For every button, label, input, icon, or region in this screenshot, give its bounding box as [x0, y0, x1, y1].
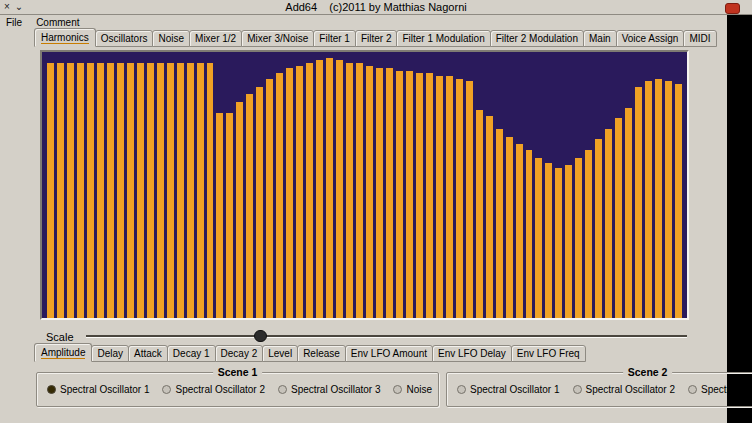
harmonic-bar-47[interactable]	[506, 137, 513, 318]
harmonic-bar-51[interactable]	[545, 163, 552, 318]
harmonic-bar-46[interactable]	[496, 129, 503, 318]
harmonic-bar-34[interactable]	[376, 68, 383, 318]
tab-mixer-1-2[interactable]: Mixer 1/2	[189, 30, 242, 47]
tab-filter-1[interactable]: Filter 1	[313, 30, 356, 47]
harmonic-bar-29[interactable]	[326, 58, 333, 318]
harmonic-bar-33[interactable]	[366, 66, 373, 318]
tab-main[interactable]: Main	[583, 30, 617, 47]
harmonic-bar-26[interactable]	[296, 66, 303, 318]
harmonic-bar-37[interactable]	[406, 71, 413, 318]
harmonic-bar-54[interactable]	[575, 158, 582, 318]
tab-harmonics[interactable]: Harmonics	[34, 28, 96, 47]
harmonic-bar-16[interactable]	[197, 63, 204, 318]
tab-noise[interactable]: Noise	[152, 30, 190, 47]
menu-comment[interactable]: Comment	[36, 17, 79, 28]
tab-filter-2-modulation[interactable]: Filter 2 Modulation	[490, 30, 584, 47]
harmonic-bar-63[interactable]	[665, 81, 672, 318]
harmonic-bar-39[interactable]	[426, 73, 433, 318]
tab-level[interactable]: Level	[262, 345, 298, 362]
harmonic-bar-32[interactable]	[356, 63, 363, 318]
harmonic-bar-20[interactable]	[236, 102, 243, 318]
menu-file[interactable]: File	[6, 17, 22, 28]
harmonic-bar-14[interactable]	[177, 63, 184, 318]
harmonic-bar-50[interactable]	[535, 158, 542, 318]
harmonic-bar-44[interactable]	[476, 110, 483, 318]
tab-filter-1-modulation[interactable]: Filter 1 Modulation	[396, 30, 490, 47]
radio-scene-2-spectral-oscillator-1[interactable]: Spectral Oscillator 1	[457, 384, 559, 395]
harmonic-bar-56[interactable]	[595, 139, 602, 318]
harmonic-bar-25[interactable]	[286, 68, 293, 318]
window-close-button[interactable]	[725, 3, 740, 14]
harmonic-bar-8[interactable]	[117, 63, 124, 318]
harmonic-bar-23[interactable]	[266, 79, 273, 318]
tab-amplitude[interactable]: Amplitude	[34, 343, 92, 362]
window-titlebar[interactable]: × ⌄ Add64 (c)2011 by Matthias Nagorni	[0, 0, 752, 15]
harmonic-bar-55[interactable]	[585, 150, 592, 318]
harmonic-bar-59[interactable]	[625, 108, 632, 318]
radio-scene-2-spectral-oscillator-2[interactable]: Spectral Oscillator 2	[573, 384, 675, 395]
radio-scene-1-spectral-oscillator-2[interactable]: Spectral Oscillator 2	[162, 384, 264, 395]
harmonic-bar-11[interactable]	[147, 63, 154, 318]
harmonic-bar-41[interactable]	[446, 76, 453, 318]
tab-oscillators[interactable]: Oscillators	[95, 30, 154, 47]
tab-env-lfo-freq[interactable]: Env LFO Freq	[511, 345, 586, 362]
harmonic-bar-10[interactable]	[137, 63, 144, 318]
tab-filter-2[interactable]: Filter 2	[355, 30, 398, 47]
harmonic-bar-22[interactable]	[256, 87, 263, 318]
radio-scene-1-noise[interactable]: Noise	[393, 384, 432, 395]
harmonic-bar-24[interactable]	[276, 73, 283, 318]
harmonic-bar-9[interactable]	[127, 63, 134, 318]
harmonic-bar-21[interactable]	[246, 94, 253, 318]
harmonic-bar-61[interactable]	[645, 81, 652, 318]
tab-midi[interactable]: MIDI	[683, 30, 716, 47]
radio-scene-2-spectral-oscillator-3[interactable]: Spectral Oscillator 3	[688, 384, 752, 395]
harmonic-bar-27[interactable]	[306, 63, 313, 318]
radio-scene-1-spectral-oscillator-3[interactable]: Spectral Oscillator 3	[278, 384, 380, 395]
scale-slider[interactable]	[86, 329, 687, 344]
harmonic-bar-18[interactable]	[216, 113, 223, 318]
harmonic-bar-3[interactable]	[67, 63, 74, 318]
harmonic-bar-38[interactable]	[416, 73, 423, 318]
harmonic-bar-36[interactable]	[396, 71, 403, 318]
scale-slider-handle[interactable]	[254, 330, 267, 342]
harmonic-bar-60[interactable]	[635, 87, 642, 318]
harmonic-bar-40[interactable]	[436, 76, 443, 318]
harmonic-bar-1[interactable]	[47, 63, 54, 318]
harmonic-bar-53[interactable]	[565, 165, 572, 318]
harmonic-bar-48[interactable]	[516, 144, 523, 318]
harmonic-bar-52[interactable]	[555, 168, 562, 318]
tab-env-lfo-amount[interactable]: Env LFO Amount	[345, 345, 433, 362]
harmonic-bar-19[interactable]	[226, 113, 233, 318]
tab-decay-2[interactable]: Decay 2	[215, 345, 264, 362]
harmonic-bar-57[interactable]	[605, 129, 612, 318]
harmonic-bar-5[interactable]	[87, 63, 94, 318]
harmonic-bar-43[interactable]	[466, 81, 473, 318]
harmonic-bar-2[interactable]	[57, 63, 64, 318]
tab-voice-assign[interactable]: Voice Assign	[616, 30, 685, 47]
harmonic-bar-28[interactable]	[316, 60, 323, 318]
harmonic-bar-45[interactable]	[486, 116, 493, 319]
harmonic-bar-62[interactable]	[655, 79, 662, 318]
harmonic-bar-6[interactable]	[97, 63, 104, 318]
harmonic-bar-31[interactable]	[346, 63, 353, 318]
tab-decay-1[interactable]: Decay 1	[167, 345, 216, 362]
harmonic-bar-15[interactable]	[187, 63, 194, 318]
tab-release[interactable]: Release	[297, 345, 346, 362]
radio-scene-1-spectral-oscillator-1[interactable]: Spectral Oscillator 1	[47, 384, 149, 395]
harmonic-bar-35[interactable]	[386, 68, 393, 318]
harmonic-bar-64[interactable]	[675, 84, 682, 318]
harmonic-bar-13[interactable]	[167, 63, 174, 318]
harmonic-bar-12[interactable]	[157, 63, 164, 318]
harmonic-bar-4[interactable]	[77, 63, 84, 318]
tab-attack[interactable]: Attack	[128, 345, 168, 362]
harmonic-bar-17[interactable]	[207, 63, 214, 318]
harmonic-bar-49[interactable]	[526, 150, 533, 318]
tab-env-lfo-delay[interactable]: Env LFO Delay	[432, 345, 512, 362]
harmonic-bar-7[interactable]	[107, 63, 114, 318]
harmonics-display[interactable]	[40, 50, 689, 320]
tab-delay[interactable]: Delay	[91, 345, 129, 362]
harmonic-bar-30[interactable]	[336, 60, 343, 318]
tab-mixer-3-noise[interactable]: Mixer 3/Noise	[241, 30, 314, 47]
harmonic-bar-42[interactable]	[456, 79, 463, 318]
scale-slider-track[interactable]	[86, 335, 687, 338]
